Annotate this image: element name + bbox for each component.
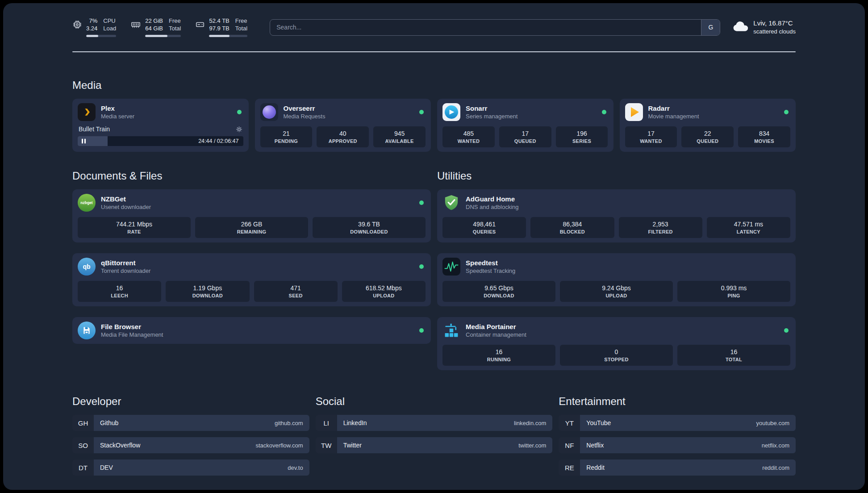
stat-stopped: 0 STOPPED bbox=[560, 345, 673, 366]
stat-latency: 47.571 ms LATENCY bbox=[707, 217, 790, 238]
disk-icon bbox=[195, 20, 205, 31]
bookmark-dev[interactable]: DT DEV dev.to bbox=[72, 460, 309, 476]
stat-queued: 17 QUEUED bbox=[499, 126, 551, 147]
now-playing-title: Bullet Train bbox=[79, 125, 110, 133]
app-name: File Browser bbox=[101, 323, 163, 330]
status-dot bbox=[784, 328, 789, 333]
weather-widget[interactable]: Lviv, 16.87°C scattered clouds bbox=[732, 19, 796, 36]
stat-available: 945 AVAILABLE bbox=[373, 126, 426, 147]
header-divider bbox=[72, 51, 796, 52]
disk-free-value: 52.4 TB bbox=[209, 17, 229, 25]
overseerr-card[interactable]: Overseerr Media Requests 21 PENDING 40 A… bbox=[255, 99, 431, 152]
overseerr-icon bbox=[260, 103, 278, 121]
section-title-utilities: Utilities bbox=[437, 170, 796, 182]
cpu-icon bbox=[72, 20, 82, 31]
cpu-widget: 7% 3.24 CPU Load bbox=[72, 17, 116, 37]
memory-widget-body: 22 GiB 64 GiB Free Total bbox=[145, 17, 181, 37]
app-name: Media Portainer bbox=[466, 323, 526, 330]
bookmark-linkedin[interactable]: LI LinkedIn linkedin.com bbox=[316, 415, 553, 431]
adguard-card[interactable]: AdGuard Home DNS and adblocking 498,461 … bbox=[437, 189, 796, 242]
nzbget-card[interactable]: nzbget NZBGet Usenet downloader 744.21 M… bbox=[72, 189, 431, 242]
sonarr-icon bbox=[442, 103, 460, 121]
disk-widget-body: 52.4 TB 97.9 TB Free Total bbox=[209, 17, 247, 37]
portainer-icon bbox=[442, 322, 460, 339]
plex-now-playing: Bullet Train 24:44 / 02:06:47 bbox=[78, 125, 243, 146]
bookmark-stackoverflow[interactable]: SO StackOverflow stackoverflow.com bbox=[72, 437, 309, 453]
radarr-icon bbox=[625, 103, 643, 121]
app-name: qBittorrent bbox=[101, 259, 150, 267]
stat-upload: 618.52 Mbps UPLOAD bbox=[342, 281, 426, 302]
bookmark-netflix[interactable]: NF Netflix netflix.com bbox=[559, 437, 796, 453]
memory-free-value: 22 GiB bbox=[145, 17, 163, 25]
disk-free-label: Free bbox=[235, 17, 247, 25]
status-dot bbox=[419, 328, 424, 333]
disk-progress-fill bbox=[209, 35, 229, 37]
top-bar: 7% 3.24 CPU Load bbox=[72, 17, 796, 38]
app-desc: DNS and adblocking bbox=[466, 204, 519, 210]
settings-gear-icon[interactable] bbox=[236, 126, 242, 133]
bookmark-youtube[interactable]: YT YouTube youtube.com bbox=[559, 415, 796, 431]
speedtest-card[interactable]: Speedtest Speedtest Tracking 9.65 Gbps D… bbox=[437, 253, 796, 306]
filebrowser-card[interactable]: File Browser Media File Management bbox=[72, 317, 431, 344]
memory-progress-fill bbox=[145, 35, 167, 37]
status-dot bbox=[419, 201, 424, 205]
playback-progress-bar[interactable]: 24:44 / 02:06:47 bbox=[78, 136, 243, 146]
sonarr-card[interactable]: Sonarr Series management 485 WANTED 17 Q… bbox=[437, 99, 613, 152]
app-desc: Media Requests bbox=[284, 113, 326, 120]
stat-queued: 22 QUEUED bbox=[681, 126, 734, 147]
pause-icon[interactable] bbox=[82, 139, 86, 144]
stat-remaining: 266 GB REMAINING bbox=[195, 217, 308, 238]
stat-running: 16 RUNNING bbox=[442, 345, 555, 366]
app-name: Overseerr bbox=[284, 104, 326, 112]
plex-card[interactable]: Plex Media server Bullet Train bbox=[72, 99, 249, 152]
portainer-card[interactable]: Media Portainer Container management 16 … bbox=[437, 317, 796, 370]
stat-downloaded: 39.6 TB DOWNLOADED bbox=[313, 217, 426, 238]
adguard-icon bbox=[442, 194, 460, 212]
section-title-developer: Developer bbox=[72, 395, 309, 408]
section-title-media: Media bbox=[72, 79, 796, 92]
nzbget-icon: nzbget bbox=[78, 194, 96, 212]
app-desc: Container management bbox=[466, 331, 526, 338]
speedtest-icon bbox=[442, 258, 460, 276]
disk-total-value: 97.9 TB bbox=[209, 25, 229, 33]
search-provider-button[interactable]: G bbox=[701, 20, 720, 35]
status-dot bbox=[784, 110, 789, 114]
app-name: AdGuard Home bbox=[466, 195, 519, 203]
memory-total-value: 64 GiB bbox=[145, 25, 163, 33]
bookmark-twitter[interactable]: TW Twitter twitter.com bbox=[316, 437, 553, 453]
qbittorrent-card[interactable]: qb qBittorrent Torrent downloader 16 LEE… bbox=[72, 253, 431, 306]
section-title-social: Social bbox=[316, 395, 553, 408]
desktop-background: 7% 3.24 CPU Load bbox=[0, 0, 868, 493]
search-input[interactable] bbox=[270, 20, 701, 35]
bookmarks-developer: Developer GH Github github.com SO StackO… bbox=[72, 395, 309, 476]
memory-icon bbox=[130, 20, 141, 31]
disk-progress-bar bbox=[209, 35, 247, 37]
bookmark-reddit[interactable]: RE Reddit reddit.com bbox=[559, 460, 796, 476]
documents-column: Documents & Files nzbget NZBGet Usenet d… bbox=[72, 170, 431, 370]
section-title-documents: Documents & Files bbox=[72, 170, 431, 182]
disk-widget: 52.4 TB 97.9 TB Free Total bbox=[195, 17, 247, 37]
weather-location-temp: Lviv, 16.87°C bbox=[753, 19, 796, 28]
status-dot bbox=[602, 110, 606, 114]
cpu-label: CPU bbox=[103, 17, 115, 25]
stat-upload: 9.24 Gbps UPLOAD bbox=[560, 281, 673, 302]
cpu-progress-fill bbox=[86, 35, 98, 37]
app-desc: Torrent downloader bbox=[101, 267, 150, 274]
weather-condition: scattered clouds bbox=[753, 28, 796, 36]
status-dot bbox=[419, 110, 424, 114]
app-desc: Media server bbox=[101, 113, 134, 120]
stat-series: 196 SERIES bbox=[556, 126, 608, 147]
app-desc: Movie management bbox=[648, 113, 699, 120]
memory-progress-bar bbox=[145, 35, 181, 37]
status-dot bbox=[237, 110, 242, 114]
bookmarks-entertainment: Entertainment YT YouTube youtube.com NF … bbox=[559, 395, 796, 476]
media-grid: Plex Media server Bullet Train bbox=[72, 99, 796, 152]
bookmarks-grid: Developer GH Github github.com SO StackO… bbox=[72, 395, 796, 476]
cloud-icon bbox=[732, 21, 749, 34]
bookmarks-social: Social LI LinkedIn linkedin.com TW Twitt… bbox=[316, 395, 553, 476]
stat-wanted: 17 WANTED bbox=[625, 126, 677, 147]
app-name: Speedtest bbox=[466, 259, 515, 267]
radarr-card[interactable]: Radarr Movie management 17 WANTED 22 QUE… bbox=[620, 99, 796, 152]
bookmark-github[interactable]: GH Github github.com bbox=[72, 415, 309, 431]
cpu-progress-bar bbox=[86, 35, 116, 37]
